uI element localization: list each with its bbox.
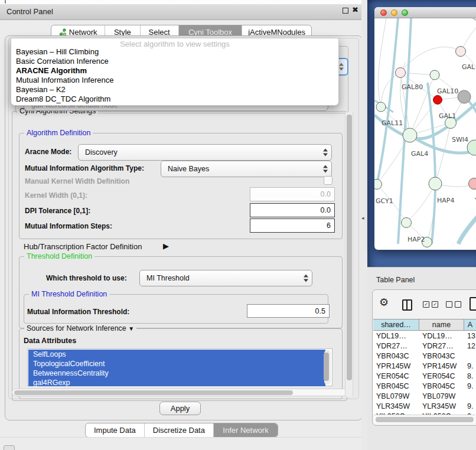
- network-node[interactable]: [458, 90, 471, 103]
- dpi-tolerance-label: DPI Tolerance [0,1]:: [25, 207, 90, 215]
- which-threshold-combo[interactable]: MI Threshold: [139, 270, 312, 286]
- network-node[interactable]: [469, 178, 476, 190]
- node-label: GAL80: [402, 83, 423, 91]
- node-label: GAL: [462, 63, 475, 71]
- table-row[interactable]: YLR345W YLR345W 9.: [373, 402, 476, 412]
- zoom-traffic-light-icon[interactable]: [402, 9, 408, 16]
- network-node[interactable]: [374, 180, 382, 190]
- hub-definition-label[interactable]: Hub/Transcription Factor Definition: [24, 242, 142, 251]
- node-label: GAL1: [439, 112, 456, 120]
- mi-type-combo[interactable]: Naive Bayes: [161, 161, 332, 177]
- list-item-topologicalcoefficient[interactable]: TopologicalCoefficient: [28, 359, 325, 369]
- table-panel-title: Table Panel: [376, 276, 415, 284]
- resize-grip[interactable]: [4, 445, 15, 450]
- apply-button[interactable]: Apply: [159, 402, 201, 415]
- close-traffic-light-icon[interactable]: [380, 9, 387, 16]
- table-row[interactable]: YPR145W YPR145W 9.: [373, 361, 476, 371]
- settings-vertical-scrollbar[interactable]: [345, 112, 353, 397]
- table-row[interactable]: YBL079W YBL079W: [373, 392, 476, 402]
- list-item-betweennesscentrality[interactable]: BetweennessCentrality: [28, 369, 325, 378]
- table-row[interactable]: YER054C YER054C 8.: [373, 371, 476, 381]
- network-node-selected[interactable]: [433, 96, 442, 105]
- node-label: HAP4: [437, 197, 454, 204]
- dropdown-item-mutual-information[interactable]: Mutual Information Inference: [16, 76, 113, 85]
- network-view-window[interactable]: GAL GAL80 GAL10 GAL1 GAL11 GAL4 SWI4 GCY…: [374, 7, 476, 250]
- settings-horizontal-scrollbar[interactable]: [12, 389, 347, 396]
- mi-type-label: Mutual Information Algorithm Type:: [25, 164, 144, 172]
- table-horizontal-scrollbar[interactable]: [374, 415, 475, 423]
- attributes-list-scrollbar[interactable]: [324, 350, 331, 384]
- kernel-width-label: Kernel Width (0,1):: [25, 191, 87, 200]
- document-icon[interactable]: [470, 297, 476, 311]
- dropdown-item-dream8[interactable]: Dream8 DC_TDC Algorithm: [16, 94, 110, 104]
- close-icon[interactable]: ✖: [352, 5, 358, 14]
- node-label: GCY1: [376, 197, 393, 205]
- network-node[interactable]: [376, 102, 386, 112]
- network-node[interactable]: [456, 47, 466, 57]
- network-node[interactable]: [403, 128, 417, 142]
- column-header-sharedname[interactable]: shared…: [373, 319, 419, 331]
- stepper-arrows-icon: [339, 63, 344, 71]
- node-label: GAL4: [411, 150, 428, 158]
- algorithm-definition-title: Algorithm Definition: [24, 129, 93, 137]
- deselect-all-checkboxes-icon[interactable]: [446, 301, 461, 308]
- table-row[interactable]: YDR27… YDR27… 12: [373, 341, 476, 351]
- minimize-traffic-light-icon[interactable]: [391, 9, 397, 16]
- collapse-arrow-icon[interactable]: ▼: [128, 325, 134, 332]
- tab-impute-data[interactable]: Impute Data: [86, 423, 145, 437]
- data-attributes-list: SelfLoops TopologicalCoefficient Between…: [27, 348, 332, 386]
- network-canvas[interactable]: GAL GAL80 GAL10 GAL1 GAL11 GAL4 SWI4 GCY…: [374, 18, 476, 250]
- table-row[interactable]: YBR043C YBR043C: [373, 351, 476, 361]
- column-header-clipped[interactable]: A: [464, 319, 476, 331]
- divider-collapse-icon[interactable]: ◂: [361, 215, 364, 221]
- kernel-width-field: 0.0: [250, 187, 335, 201]
- network-node[interactable]: [429, 177, 442, 190]
- network-node[interactable]: [402, 218, 412, 228]
- stepper-arrows-icon: [304, 275, 308, 282]
- algorithm-dropdown-popup: Select algorithm to view settings Bayesi…: [11, 38, 339, 106]
- stepper-arrows-icon: [323, 149, 328, 156]
- manual-kernel-label: Manual Kernel Width Definition: [25, 177, 129, 185]
- frame-tick: [5, 0, 6, 4]
- float-window-icon[interactable]: [343, 8, 348, 14]
- column-header-name[interactable]: name: [419, 319, 464, 331]
- tab-discretize-data[interactable]: Discretize Data: [145, 423, 214, 437]
- mi-threshold-label: Mutual Information Threshold:: [27, 308, 129, 316]
- columns-icon[interactable]: [402, 299, 412, 311]
- bottom-tabbar: Impute Data Discretize Data Infer Networ…: [85, 423, 278, 438]
- network-node[interactable]: [472, 18, 476, 20]
- select-all-checkboxes-icon[interactable]: ✓✓: [423, 301, 438, 308]
- panel-divider[interactable]: [361, 0, 367, 450]
- dropdown-item-aracne[interactable]: ARACNE Algorithm: [16, 66, 87, 76]
- network-node[interactable]: [430, 70, 439, 80]
- which-threshold-label: Which threshold to use:: [46, 274, 127, 282]
- network-graph: GAL GAL80 GAL10 GAL1 GAL11 GAL4 SWI4 GCY…: [374, 18, 476, 250]
- network-node[interactable]: [396, 68, 406, 78]
- node-label: GAL10: [437, 87, 458, 95]
- table-row[interactable]: YDL19… YDL19… 13: [373, 331, 476, 341]
- node-label: GAL11: [382, 119, 403, 127]
- dpi-tolerance-field[interactable]: 0.0: [250, 203, 335, 217]
- gear-icon[interactable]: ⚙: [379, 297, 389, 308]
- expand-arrow-icon[interactable]: ▶: [163, 242, 169, 250]
- list-item-selfloops[interactable]: SelfLoops: [28, 350, 325, 359]
- list-item-gal4rgexp[interactable]: gal4RGexp: [28, 378, 325, 386]
- vscroll-thumb[interactable]: [347, 115, 352, 380]
- dropdown-item-basic-correlation[interactable]: Basic Correlation Inference: [16, 57, 109, 66]
- network-nodes[interactable]: [374, 18, 476, 247]
- table-row[interactable]: YBR045C YBR045C 9.: [373, 381, 476, 392]
- control-panel-title: Control Panel: [6, 7, 53, 16]
- data-attributes-label: Data Attributes: [24, 337, 76, 345]
- threshold-definition-title: Threshold Definition: [24, 252, 94, 260]
- aracne-mode-label: Aracne Mode:: [25, 148, 71, 156]
- hscroll-thumb[interactable]: [14, 390, 293, 395]
- mi-steps-field[interactable]: 6: [250, 219, 335, 233]
- dropdown-item-bayesian-hill-climbing[interactable]: Bayesian – Hill Climbing: [16, 47, 99, 57]
- aracne-mode-combo[interactable]: Discovery: [78, 144, 332, 161]
- dropdown-item-bayesian-k2[interactable]: Bayesian – K2: [16, 85, 66, 94]
- mi-threshold-definition-title: MI Threshold Definition: [29, 290, 109, 298]
- table-hscroll-thumb[interactable]: [376, 417, 474, 422]
- tab-infer-network[interactable]: Infer Network: [214, 423, 278, 437]
- mi-threshold-field[interactable]: 0.5: [247, 304, 330, 318]
- network-window-titlebar[interactable]: [374, 7, 476, 18]
